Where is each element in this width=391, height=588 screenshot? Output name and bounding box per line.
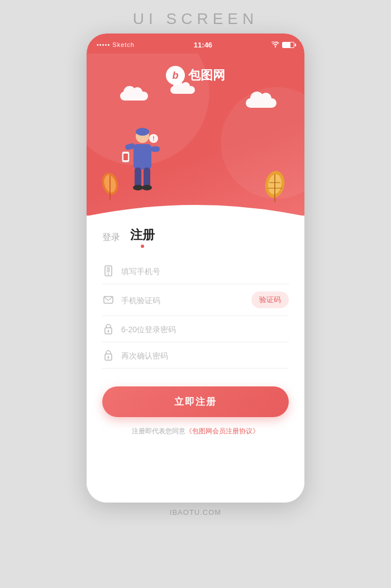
password-field	[102, 316, 289, 342]
agreement-link[interactable]: 《包图网会员注册协议》	[185, 427, 259, 435]
svg-rect-7	[135, 168, 141, 187]
svg-rect-2	[133, 144, 151, 169]
content-area: 登录 注册 验证码	[87, 216, 304, 503]
password-input[interactable]	[121, 324, 289, 334]
cloud-1	[120, 92, 148, 101]
svg-point-9	[133, 185, 143, 190]
tabs: 登录 注册	[102, 227, 289, 246]
hero-curve	[87, 194, 304, 216]
agreement-text: 注册即代表您同意《包图网会员注册协议》	[102, 426, 289, 437]
svg-point-23	[108, 274, 109, 275]
tab-register[interactable]: 注册	[130, 227, 155, 246]
svg-rect-6	[151, 146, 160, 152]
phone-input[interactable]	[121, 266, 289, 276]
svg-rect-22	[107, 267, 110, 273]
agreement-prefix: 注册即代表您同意	[132, 427, 185, 435]
status-time: 11:46	[194, 41, 212, 49]
cloud-2	[170, 86, 195, 94]
sms-input[interactable]	[121, 295, 245, 305]
confirm-input[interactable]	[121, 351, 289, 360]
ui-screen-label: UI SCREEN	[133, 10, 258, 28]
lock-icon	[102, 323, 115, 334]
register-button[interactable]: 立即注册	[102, 386, 289, 417]
svg-point-1	[136, 128, 149, 136]
svg-point-10	[142, 185, 152, 190]
svg-text:!: !	[152, 136, 154, 142]
sms-field: 验证码	[102, 284, 289, 316]
lock-confirm-icon	[102, 350, 115, 361]
battery-icon	[282, 42, 294, 48]
svg-rect-8	[144, 168, 150, 187]
verify-button[interactable]: 验证码	[251, 291, 289, 308]
tab-login[interactable]: 登录	[102, 232, 120, 246]
sms-icon	[102, 296, 115, 304]
phone-field	[102, 258, 289, 284]
confirm-field	[102, 342, 289, 369]
svg-point-29	[108, 356, 109, 358]
status-bar: ••••• Sketch 11:46	[87, 34, 304, 54]
status-left: ••••• Sketch	[97, 41, 135, 48]
hero-area: b 包图网	[87, 54, 304, 216]
hero-illustration: !	[120, 126, 165, 199]
phone-icon	[102, 265, 115, 276]
svg-point-26	[108, 330, 109, 332]
svg-rect-5	[123, 154, 128, 160]
logo-text: 包图网	[188, 67, 225, 84]
cloud-3	[246, 98, 276, 108]
phone-frame: ••••• Sketch 11:46 b 包图网	[87, 34, 304, 503]
bottom-label: IBAOTU.COM	[170, 508, 221, 517]
status-right	[271, 41, 294, 49]
wifi-icon	[271, 41, 279, 49]
